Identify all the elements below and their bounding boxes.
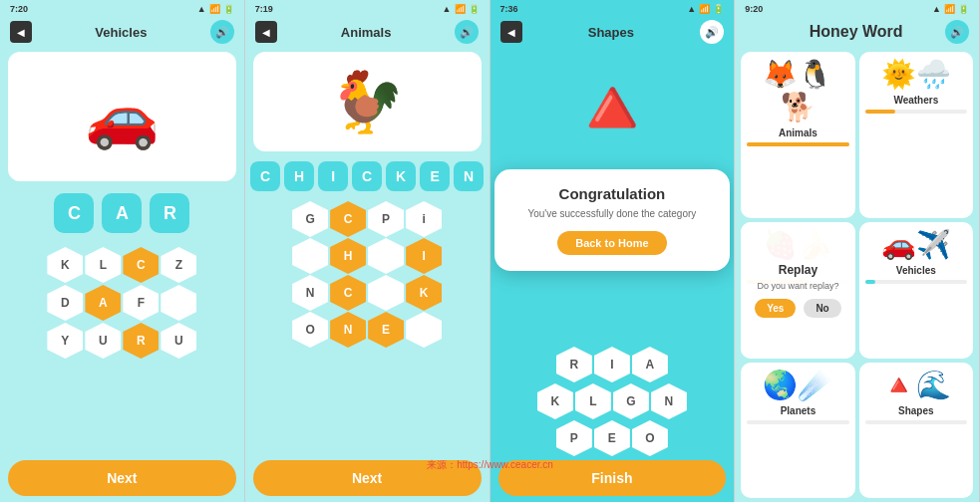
hex3-l[interactable]: L (575, 383, 611, 419)
sound-button-2[interactable]: 🔊 (455, 20, 479, 44)
status-bar-2: 7:19 ▲ 📶 🔋 (245, 0, 490, 16)
hex3-k[interactable]: K (537, 383, 573, 419)
hex-area-2: G C P i H I N C K O N E (245, 201, 490, 348)
hex-f[interactable]: F (123, 285, 159, 321)
hex2-c[interactable]: C (330, 201, 366, 237)
replay-overlay: Replay Do you want replay? Yes No (741, 222, 854, 358)
hex-u[interactable]: U (85, 323, 121, 359)
status-bar-3: 7:36 ▲ 📶 🔋 (490, 0, 735, 16)
status-icons-3: ▲ 📶 🔋 (687, 4, 724, 14)
hex-row-2a: G C P i (292, 201, 442, 237)
hex2-o[interactable]: C (330, 275, 366, 311)
sound-button-4[interactable]: 🔊 (945, 20, 969, 44)
sound-button-1[interactable]: 🔊 (210, 20, 234, 44)
letter-tiles-1: C A R (0, 193, 244, 233)
next-button-2[interactable]: Next (253, 460, 482, 496)
category-planets[interactable]: 🌏☄️ Planets (741, 363, 854, 498)
hex-u2[interactable]: U (161, 323, 196, 359)
hex2-h[interactable]: H (330, 238, 366, 274)
hex-area-3: R I A K L G N P E O (490, 347, 735, 456)
status-icons-1: ▲ 📶 🔋 (197, 4, 234, 14)
title-1: Vehicles (95, 25, 147, 40)
battery-icon: 🔋 (223, 4, 234, 14)
categories-grid: 🦊🐧🐕 Animals 🌞🌧️ Weathers 🍓🍌 Fruits Repla… (741, 52, 973, 498)
ltile-e[interactable]: E (420, 161, 450, 191)
hex-k[interactable]: K (47, 247, 83, 283)
weathers-label: Weathers (893, 95, 938, 106)
ltile-c[interactable]: C (250, 161, 280, 191)
yes-button[interactable]: Yes (755, 299, 796, 318)
hex2-e[interactable]: E (368, 312, 404, 348)
home-button[interactable]: Back to Home (557, 231, 666, 255)
signal-icon-4: 📶 (944, 4, 955, 14)
animals-progress-fill (747, 142, 848, 146)
hex2-p[interactable]: P (368, 201, 404, 237)
back-button-1[interactable]: ◀ (10, 21, 32, 43)
shapes-image-area: 🔺 (490, 48, 735, 167)
ltile-n[interactable]: N (454, 161, 484, 191)
battery-icon-3: 🔋 (713, 4, 724, 14)
hex-row-2b: H I (292, 238, 442, 274)
ltile-c2[interactable]: C (352, 161, 382, 191)
sound-button-3[interactable]: 🔊 (700, 20, 724, 44)
next-button-1[interactable]: Next (8, 460, 236, 496)
category-shapes[interactable]: 🔺🌊 Shapes (859, 363, 973, 498)
hex3-g[interactable]: G (613, 383, 649, 419)
hex3-o[interactable]: O (632, 420, 668, 456)
hex3-i[interactable]: I (594, 347, 630, 382)
hex2-k[interactable]: K (406, 275, 442, 311)
signal-icon: 📶 (209, 4, 220, 14)
time-3: 7:36 (500, 4, 518, 14)
phone-honey-word: 9:20 ▲ 📶 🔋 Honey Word 🔊 🦊🐧🐕 Animals 🌞🌧️ … (735, 0, 980, 502)
category-weathers[interactable]: 🌞🌧️ Weathers (859, 52, 973, 218)
hex-l[interactable]: L (85, 247, 121, 283)
hex3-n[interactable]: N (651, 383, 687, 419)
hex2-o2[interactable]: O (292, 312, 328, 348)
category-animals[interactable]: 🦊🐧🐕 Animals (741, 52, 854, 218)
hex2-i[interactable]: i (406, 201, 442, 237)
phone-animals: 7:19 ▲ 📶 🔋 ◀ Animals 🔊 🐓 C H I C K E N G… (245, 0, 490, 502)
hex2-g[interactable]: G (292, 201, 328, 237)
title-4: Honey Word (810, 23, 903, 41)
hex-a-orange[interactable]: A (85, 285, 121, 321)
replay-sub: Do you want replay? (757, 281, 838, 291)
shapes-emoji: 🔺🌊 (881, 369, 951, 401)
ltile-h[interactable]: H (284, 161, 314, 191)
hex2-empty (292, 238, 328, 274)
category-vehicles[interactable]: 🚗✈️ Vehicles (859, 222, 973, 358)
time-1: 7:20 (10, 4, 28, 14)
hex2-n[interactable]: N (292, 275, 328, 311)
letter-r[interactable]: R (150, 193, 189, 233)
hex2-n2[interactable]: N (330, 312, 366, 348)
hex-c-orange[interactable]: C (123, 247, 159, 283)
vehicles-progress-fill (865, 280, 875, 284)
wifi-icon-2: ▲ (443, 4, 452, 14)
phone-vehicles: 7:20 ▲ 📶 🔋 ◀ Vehicles 🔊 🚗 C A R K L C Z … (0, 0, 245, 502)
hex-empty1 (161, 285, 196, 321)
status-icons-2: ▲ 📶 🔋 (443, 4, 480, 14)
hex2-empty3 (368, 275, 404, 311)
letter-c[interactable]: C (54, 193, 94, 233)
hex-z[interactable]: Z (161, 247, 196, 283)
hex-y[interactable]: Y (47, 323, 83, 359)
category-fruits[interactable]: 🍓🍌 Fruits Replay Do you want replay? Yes… (741, 222, 854, 358)
letter-a[interactable]: A (102, 193, 142, 233)
hex-grid-1: K L C Z D A F Y U R U (0, 247, 244, 359)
finish-button[interactable]: Finish (498, 460, 727, 496)
hex-r-orange[interactable]: R (123, 323, 159, 359)
hex-row-3b: K L G N (537, 383, 687, 419)
header-4: Honey Word 🔊 (735, 16, 979, 48)
no-button[interactable]: No (804, 299, 840, 318)
hex2-i2[interactable]: I (406, 238, 442, 274)
hex3-p[interactable]: P (556, 420, 592, 456)
ltile-k[interactable]: K (386, 161, 416, 191)
hex3-r[interactable]: R (556, 347, 592, 382)
hex3-a[interactable]: A (632, 347, 668, 382)
hex-d[interactable]: D (47, 285, 83, 321)
back-button-3[interactable]: ◀ (500, 21, 522, 43)
animal-image-area: 🐓 (253, 52, 482, 151)
back-button-2[interactable]: ◀ (255, 21, 277, 43)
hex3-e[interactable]: E (594, 420, 630, 456)
hex2-empty2 (368, 238, 404, 274)
ltile-i[interactable]: I (318, 161, 348, 191)
